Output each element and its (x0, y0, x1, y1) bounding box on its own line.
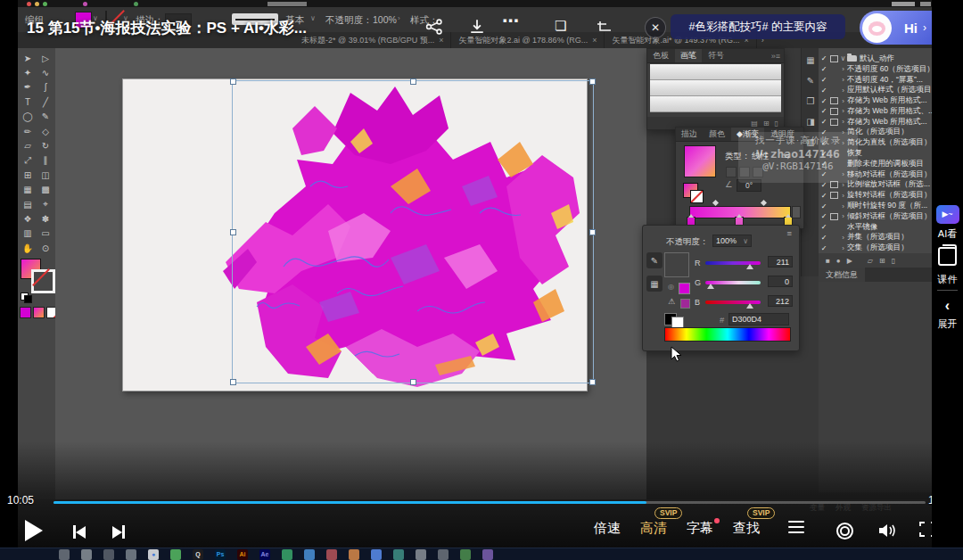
action-item[interactable]: ✓ › 并集（所选项目） (819, 233, 932, 243)
taskbar-app-icon[interactable] (304, 549, 315, 560)
tab-doc-info[interactable]: 文档信息 (819, 268, 865, 282)
action-item[interactable]: ✓ ∨ 默认_动作 (819, 54, 932, 64)
dialog-toggle[interactable] (829, 192, 839, 199)
action-item[interactable]: ✓ 水平镜像 (819, 222, 932, 233)
perspective-grid-tool-icon[interactable]: ▦ (19, 183, 37, 197)
taskbar-app-icon[interactable] (438, 549, 449, 560)
gradient-midpoint[interactable] (712, 200, 719, 206)
side-button-courseware[interactable]: 课件 (932, 247, 963, 286)
selection-handle[interactable] (230, 379, 236, 385)
control-subtitle[interactable]: 字幕 (687, 508, 713, 537)
color-opacity-dropdown[interactable]: 100%∨ (712, 235, 752, 247)
zoom-tool-icon[interactable]: ⊙ (37, 241, 54, 255)
line-tool-icon[interactable]: ╱ (37, 95, 54, 109)
default-fill-stroke-icon[interactable] (21, 292, 33, 301)
toggle-check-icon[interactable]: ✓ (819, 118, 829, 126)
symbol-sprayer-tool-icon[interactable]: ✽ (37, 211, 54, 226)
scale-tool-icon[interactable]: ⤢ (19, 153, 37, 168)
action-item[interactable]: ✓ › 交集（所选项目） (819, 243, 932, 253)
new-set-icon[interactable]: ▱ (868, 257, 873, 265)
action-item[interactable]: ✓ › 应用默认样式（所选项目） (819, 85, 932, 95)
expand-arrow-icon[interactable]: › (839, 212, 847, 220)
play-button[interactable] (25, 520, 43, 541)
assistant-avatar[interactable] (862, 13, 892, 43)
gradient-midpoint[interactable] (761, 200, 767, 206)
gamut-swatch[interactable] (679, 283, 690, 294)
expand-arrow-icon[interactable]: › (839, 97, 847, 105)
expand-arrow-icon[interactable]: ∨ (839, 54, 847, 62)
taskbar-app-icon[interactable]: Ae (259, 549, 270, 560)
eyedropper-tool-icon[interactable]: ⌖ (37, 197, 54, 211)
mesh-tool-icon[interactable]: ▩ (37, 183, 54, 197)
dialog-toggle[interactable] (829, 108, 839, 115)
dialog-toggle[interactable] (829, 55, 839, 62)
toggle-check-icon[interactable]: ✓ (819, 234, 829, 242)
fill-stroke-control[interactable] (18, 257, 55, 364)
action-item[interactable]: ✓ › 不透明度 40，“屏幕”... (819, 75, 932, 86)
brushes-panel-tab[interactable]: 符号 (703, 49, 729, 62)
toggle-check-icon[interactable]: ✓ (819, 202, 829, 210)
record-icon[interactable]: ● (836, 257, 841, 265)
previous-button[interactable] (73, 525, 86, 539)
paintbrush-tool-icon[interactable]: ✎ (37, 110, 54, 124)
side-button-ai-watch[interactable]: ▶~AI看 (932, 204, 963, 241)
magic-wand-tool-icon[interactable]: ✦ (19, 65, 37, 79)
stop-icon[interactable]: ■ (826, 257, 830, 265)
expand-arrow-icon[interactable]: › (839, 234, 847, 242)
expand-arrow-icon[interactable]: › (839, 244, 847, 252)
toggle-check-icon[interactable]: ✓ (819, 223, 829, 231)
delete-action-icon[interactable]: ▯ (892, 257, 895, 265)
hex-value-field[interactable]: D300D4 (728, 313, 789, 325)
artboard-tool-icon[interactable]: ▭ (37, 226, 54, 241)
brushes-panel-tab[interactable]: 画笔 (675, 49, 702, 62)
taskbar-app-icon[interactable]: Ps (215, 549, 226, 560)
channel-value-field[interactable]: 0 (768, 276, 793, 287)
side-button-expand[interactable]: ‹展开 (932, 298, 963, 331)
gradient-tool-icon[interactable]: ▤ (19, 197, 37, 211)
toggle-check-icon[interactable]: ✓ (819, 107, 829, 115)
expand-arrow-icon[interactable]: › (839, 192, 847, 200)
shape-builder-tool-icon[interactable]: ◫ (37, 168, 54, 182)
close-tab-icon[interactable]: × (439, 36, 443, 45)
close-tab-icon[interactable]: × (592, 36, 597, 45)
taskbar-app-icon[interactable]: ● (148, 549, 159, 560)
taskbar-app-icon[interactable] (416, 549, 426, 560)
record-screen-icon[interactable] (836, 521, 853, 539)
action-item[interactable]: ✓ › 倾斜对话框（所选项目） (819, 211, 932, 222)
expand-arrow-icon[interactable]: › (839, 107, 847, 115)
volume-icon[interactable] (877, 523, 897, 539)
selection-handle[interactable] (589, 379, 596, 385)
selection-handle[interactable] (589, 229, 596, 235)
selection-tool-icon[interactable]: ➤ (19, 51, 37, 65)
direct-selection-tool-icon[interactable]: ▷ (37, 51, 54, 65)
selection-handle[interactable] (410, 78, 416, 85)
toggle-check-icon[interactable]: ✓ (819, 65, 829, 73)
panel-dock-icon[interactable]: ▦ (802, 51, 819, 69)
expand-arrow-icon[interactable]: › (839, 76, 847, 84)
brush-preview-item[interactable] (650, 80, 781, 96)
dialog-toggle[interactable] (829, 213, 839, 220)
action-item[interactable]: ✓ › 旋转对话框（所选项目） (819, 190, 932, 201)
type-tool-icon[interactable]: T (19, 95, 37, 109)
brush-preview-item[interactable] (650, 64, 781, 80)
ellipse-tool-icon[interactable]: ◯ (19, 110, 37, 124)
selection-handle[interactable] (230, 78, 236, 85)
taskbar-app-icon[interactable]: Ai (237, 549, 248, 560)
taskbar-app-icon[interactable] (81, 549, 92, 560)
toggle-check-icon[interactable]: ✓ (819, 244, 829, 252)
windows-taskbar[interactable]: ●QPsAiAe (0, 548, 963, 560)
taskbar-app-icon[interactable] (326, 549, 337, 560)
crop-icon[interactable] (597, 21, 612, 34)
toggle-check-icon[interactable]: ✓ (819, 212, 829, 220)
free-transform-tool-icon[interactable]: ⊞ (19, 168, 37, 182)
warning-swatch[interactable] (680, 299, 690, 309)
rotate-tool-icon[interactable]: ↻ (37, 138, 54, 152)
lasso-tool-icon[interactable]: ∿ (37, 65, 54, 79)
banner-close-icon[interactable]: ✕ (645, 17, 666, 38)
taskbar-app-icon[interactable] (349, 549, 359, 560)
taskbar-app-icon[interactable] (371, 549, 382, 560)
canvas-area[interactable] (55, 48, 646, 499)
new-action-icon[interactable]: ⊞ (879, 257, 885, 265)
control-speed[interactable]: 倍速 (594, 508, 621, 537)
gradient-button[interactable] (33, 307, 45, 318)
